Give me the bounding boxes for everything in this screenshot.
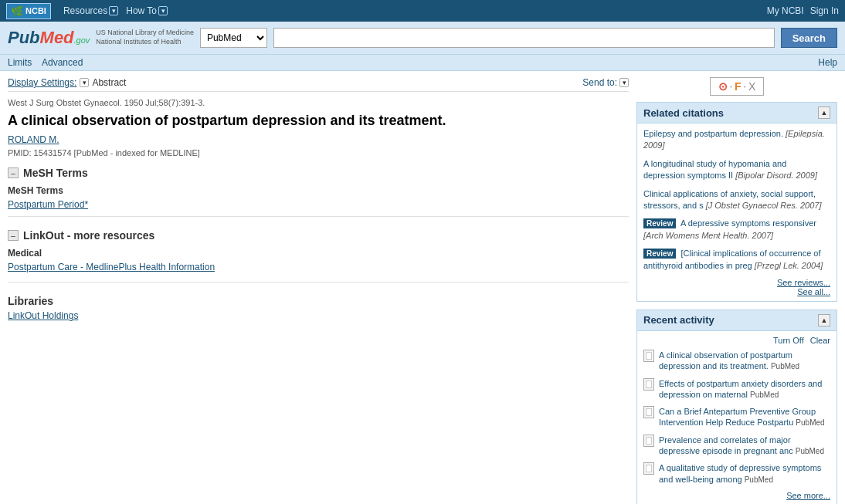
activity-item-3: Can a Brief Antepartum Preventive Group …: [643, 406, 830, 428]
activity-source-4: PubMed: [796, 447, 824, 455]
linkout-header: – LinkOut - more resources: [8, 229, 629, 242]
sfx-separator1: ·: [730, 81, 732, 92]
activity-doc-icon-2: [643, 378, 654, 391]
display-settings-bar: Display Settings: ▾ Abstract Send to: ▾: [8, 77, 629, 92]
send-to-dropdown-icon: ▾: [619, 78, 629, 87]
mesh-collapse-icon[interactable]: –: [8, 167, 19, 178]
top-navigation-bar: 🌿 NCBI Resources ▾ How To ▾ My NCBI Sign…: [0, 0, 845, 22]
related-citations-scroll-up[interactable]: ▲: [818, 107, 830, 119]
limits-link[interactable]: Limits: [8, 57, 32, 68]
article-author[interactable]: ROLAND M.: [8, 134, 629, 145]
activity-source-1: PubMed: [771, 362, 799, 370]
pub-text: Pub: [8, 29, 40, 46]
database-select[interactable]: PubMed Nucleotide Protein: [200, 28, 267, 48]
advanced-link[interactable]: Advanced: [42, 57, 83, 68]
recent-activity-scroll-up[interactable]: ▲: [818, 314, 830, 326]
activity-controls: Turn Off Clear: [643, 336, 830, 345]
search-button[interactable]: Search: [781, 28, 837, 48]
my-ncbi-link[interactable]: My NCBI: [767, 5, 804, 16]
search-input[interactable]: [273, 28, 775, 48]
pubmed-logo: PubMed.gov: [8, 29, 90, 46]
sub-nav-links: Limits Advanced: [8, 57, 90, 68]
citation-journal-4: [Arch Womens Ment Health. 2007]: [643, 231, 773, 240]
libraries-section: Libraries LinkOut Holdings: [8, 295, 629, 321]
related-citations-header: Related citations ▲: [637, 103, 837, 123]
nih-text: US National Library of Medicine National…: [96, 29, 194, 46]
review-badge-4: Review: [643, 218, 676, 228]
recent-activity-section: Recent activity ▲ Turn Off Clear A clini…: [636, 310, 837, 504]
activity-doc-icon-4: [643, 435, 654, 447]
citation-item-3: Clinical applications of anxiety, social…: [643, 188, 830, 212]
activity-text-3: Can a Brief Antepartum Preventive Group …: [659, 406, 830, 428]
activity-item-4: Prevalence and correlates of major depre…: [643, 435, 830, 457]
activity-text-1: A clinical observation of postpartum dep…: [659, 350, 830, 372]
see-all-link[interactable]: See all...: [643, 287, 830, 296]
med-text: Med: [40, 29, 74, 46]
linkout-holdings-link[interactable]: LinkOut Holdings: [8, 310, 629, 321]
libraries-title: Libraries: [8, 295, 629, 307]
help-link[interactable]: Help: [818, 57, 837, 68]
mesh-terms-section: – MeSH Terms MeSH Terms Postpartum Perio…: [8, 167, 629, 217]
activity-source-5: PubMed: [745, 475, 773, 484]
citation-journal-5: [Przegl Lek. 2004]: [755, 261, 823, 270]
activity-link-4[interactable]: Prevalence and correlates of major depre…: [659, 435, 793, 455]
ncbi-logo-box: 🌿 NCBI: [6, 3, 51, 19]
activity-source-2: PubMed: [750, 391, 779, 399]
activity-text-4: Prevalence and correlates of major depre…: [659, 435, 830, 457]
linkout-medlineplus-link[interactable]: Postpartum Care - MedlinePlus Health Inf…: [8, 262, 629, 272]
recent-activity-header: Recent activity ▲: [637, 310, 837, 331]
citation-title-1[interactable]: Epilepsy and postpartum depression.: [643, 129, 783, 138]
citation-item-4: Review A depressive symptoms responsiver…: [643, 218, 830, 242]
related-citations-section: Related citations ▲ Epilepsy and postpar…: [636, 102, 837, 302]
activity-doc-icon-3: [643, 406, 654, 418]
sfx-separator2: ·: [744, 81, 746, 92]
related-citations-title: Related citations: [643, 107, 724, 119]
see-reviews-link[interactable]: See reviews...: [643, 278, 830, 287]
resources-link[interactable]: Resources ▾: [63, 5, 118, 16]
pmid-line: PMID: 15431574 [PubMed - indexed for MED…: [8, 148, 629, 157]
citation-item-2: A longitudinal study of hypomania and de…: [643, 158, 830, 182]
citation-journal-3: [J Obstet Gynaecol Res. 2007]: [706, 201, 822, 210]
citation-item-1: Epilepsy and postpartum depression. [Epi…: [643, 128, 830, 152]
activity-link-2[interactable]: Effects of postpartum anxiety disorders …: [659, 379, 822, 399]
activity-item-5: A qualitative study of depressive sympto…: [643, 462, 830, 485]
sfx-box: ⊙ · F · X: [710, 77, 765, 96]
gov-text: .gov: [74, 36, 90, 45]
activity-source-3: PubMed: [796, 418, 824, 427]
activity-text-2: Effects of postpartum anxiety disorders …: [659, 378, 830, 401]
mesh-terms-header: – MeSH Terms: [8, 167, 629, 179]
linkout-collapse-icon[interactable]: –: [8, 230, 19, 241]
sfx-logo: ⊙ · F · X: [636, 77, 837, 96]
ncbi-logo: 🌿 NCBI: [6, 3, 51, 19]
search-bar: PubMed.gov US National Library of Medici…: [0, 22, 845, 55]
linkout-section-title: LinkOut - more resources: [23, 229, 154, 242]
recent-activity-title: Recent activity: [643, 314, 714, 326]
sub-navigation: Limits Advanced Help: [0, 55, 845, 71]
related-citations-content: Epilepsy and postpartum depression. [Epi…: [637, 123, 837, 301]
sidebar: ⊙ · F · X Related citations ▲ Epilepsy a…: [636, 77, 837, 504]
citation-title-4[interactable]: A depressive symptoms responsiver: [680, 218, 816, 228]
recent-activity-content: Turn Off Clear A clinical observation of…: [637, 331, 837, 504]
howto-link[interactable]: How To ▾: [126, 5, 168, 16]
journal-reference: West J Surg Obstet Gynaecol. 1950 Jul;58…: [8, 98, 629, 107]
citation-item-5: Review [Clinical implications of occurre…: [643, 248, 830, 272]
activity-item-1: A clinical observation of postpartum dep…: [643, 350, 830, 372]
turn-off-link[interactable]: Turn Off: [773, 336, 804, 345]
clear-link[interactable]: Clear: [810, 336, 830, 345]
activity-doc-icon-5: [643, 462, 654, 475]
display-settings-link[interactable]: Display Settings:: [8, 77, 76, 88]
send-to-link[interactable]: Send to: ▾: [582, 77, 629, 88]
mesh-term-link[interactable]: Postpartum Period*: [8, 199, 88, 210]
linkout-medical-label: Medical: [8, 248, 629, 259]
article-content: Display Settings: ▾ Abstract Send to: ▾ …: [8, 77, 629, 504]
howto-dropdown-icon: ▾: [158, 6, 168, 15]
article-title: A clinical observation of postpartum dep…: [8, 112, 629, 130]
top-nav-links: Resources ▾ How To ▾: [63, 5, 767, 16]
display-settings-dropdown-icon[interactable]: ▾: [80, 78, 89, 87]
activity-link-3[interactable]: Can a Brief Antepartum Preventive Group …: [659, 407, 816, 427]
sign-in-link[interactable]: Sign In: [810, 5, 839, 16]
activity-text-5: A qualitative study of depressive sympto…: [659, 462, 830, 485]
linkout-section: – LinkOut - more resources Medical Postp…: [8, 229, 629, 282]
see-more-link[interactable]: See more...: [643, 491, 830, 500]
activity-link-5[interactable]: A qualitative study of depressive sympto…: [659, 463, 821, 483]
